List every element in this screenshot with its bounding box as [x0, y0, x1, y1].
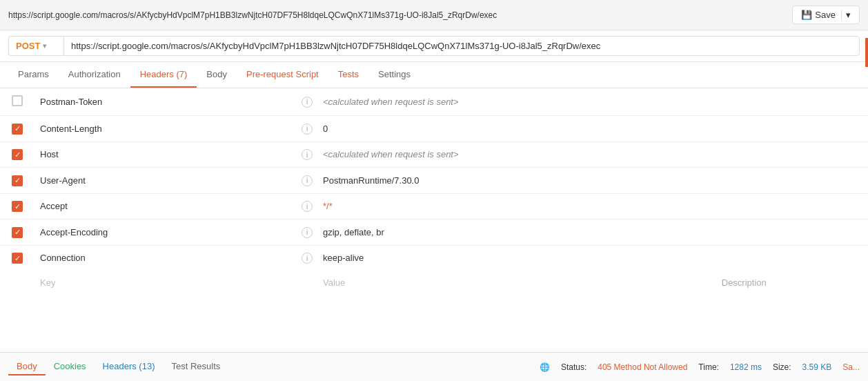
row-key[interactable]: User-Agent	[34, 168, 297, 194]
row-key[interactable]: Postman-Token	[34, 88, 297, 116]
table-row: ✓Accepti*/*	[0, 193, 868, 219]
placeholder-key[interactable]: Key	[34, 271, 297, 295]
tab-headers[interactable]: Headers (7)	[130, 62, 197, 88]
save-label: Save	[815, 10, 836, 20]
row-key[interactable]: Content-Length	[34, 116, 297, 142]
row-value[interactable]: PostmanRuntime/7.30.0	[317, 168, 716, 194]
row-desc	[716, 245, 868, 271]
row-key[interactable]: Connection	[34, 245, 297, 271]
table-row: ✓Content-Lengthi0	[0, 116, 868, 142]
row-key[interactable]: Accept	[34, 193, 297, 219]
table-row-placeholder: Key Value Description	[0, 271, 868, 295]
row-desc	[716, 141, 868, 168]
placeholder-info	[297, 271, 317, 295]
save-icon: 💾	[801, 10, 812, 20]
tab-params[interactable]: Params	[8, 62, 59, 88]
save-dropdown-arrow[interactable]: ▾	[841, 10, 851, 20]
row-checkbox[interactable]: ✓	[0, 116, 34, 142]
table-row: Postman-Tokeni<calculated when request i…	[0, 88, 868, 116]
row-checkbox[interactable]: ✓	[0, 245, 34, 271]
row-checkbox[interactable]	[0, 88, 34, 116]
row-desc	[716, 193, 868, 219]
table-row: ✓Hosti<calculated when request is sent>	[0, 141, 868, 168]
url-input[interactable]	[63, 36, 860, 56]
table-row: ✓Accept-Encodingigzip, deflate, br	[0, 219, 868, 246]
headers-table: Postman-Tokeni<calculated when request i…	[0, 88, 868, 295]
info-icon[interactable]: i	[297, 141, 317, 168]
row-value[interactable]: <calculated when request is sent>	[317, 141, 716, 168]
row-checkbox[interactable]: ✓	[0, 168, 34, 194]
row-value[interactable]: */*	[317, 193, 716, 219]
accent-border	[865, 38, 868, 67]
tab-tests[interactable]: Tests	[328, 62, 368, 88]
placeholder-value[interactable]: Value	[317, 271, 716, 295]
row-value[interactable]: 0	[317, 116, 716, 142]
row-desc	[716, 219, 868, 246]
row-value[interactable]: keep-alive	[317, 245, 716, 271]
table-row: ✓Connectionikeep-alive	[0, 245, 868, 271]
placeholder-desc: Description	[716, 271, 868, 295]
row-key[interactable]: Accept-Encoding	[34, 219, 297, 246]
row-checkbox[interactable]: ✓	[0, 193, 34, 219]
row-value[interactable]: gzip, deflate, br	[317, 219, 716, 246]
tab-prerequest[interactable]: Pre-request Script	[237, 62, 328, 88]
top-url-bar: https://script.google.com/macros/s/AKfyc…	[0, 0, 868, 30]
request-row: POST ▾	[0, 30, 868, 62]
request-tabs: Params Authorization Headers (7) Body Pr…	[0, 62, 868, 88]
method-select[interactable]: POST ▾	[8, 36, 63, 56]
method-label: POST	[16, 41, 40, 51]
row-value[interactable]: <calculated when request is sent>	[317, 88, 716, 116]
row-key[interactable]: Host	[34, 141, 297, 168]
info-icon[interactable]: i	[297, 193, 317, 219]
tab-settings[interactable]: Settings	[368, 62, 420, 88]
row-checkbox[interactable]: ✓	[0, 219, 34, 246]
info-icon[interactable]: i	[297, 116, 317, 142]
tab-body[interactable]: Body	[197, 62, 237, 88]
method-dropdown-arrow: ▾	[43, 42, 46, 50]
row-desc	[716, 88, 868, 116]
top-url-text: https://script.google.com/macros/s/AKfyc…	[8, 10, 792, 20]
info-icon[interactable]: i	[297, 168, 317, 194]
save-button[interactable]: 💾 Save ▾	[792, 6, 860, 24]
row-checkbox[interactable]: ✓	[0, 141, 34, 168]
info-icon[interactable]: i	[297, 245, 317, 271]
row-desc	[716, 116, 868, 142]
info-icon[interactable]: i	[297, 219, 317, 246]
row-desc	[716, 168, 868, 194]
placeholder-check	[0, 271, 34, 295]
tab-authorization[interactable]: Authorization	[59, 62, 130, 88]
info-icon[interactable]: i	[297, 88, 317, 116]
table-row: ✓User-AgentiPostmanRuntime/7.30.0	[0, 168, 868, 194]
